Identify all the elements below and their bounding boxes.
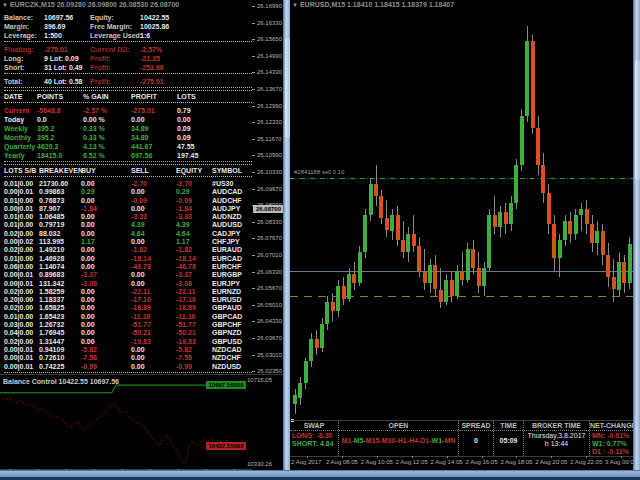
scale-label: 26.09670 xyxy=(257,186,282,192)
sell-order-label: #2841188 sell 0.10 xyxy=(294,169,344,175)
candle-body xyxy=(336,286,340,311)
open-header: OPEN xyxy=(339,421,458,431)
candle-body xyxy=(460,271,464,280)
candle-body xyxy=(509,203,513,225)
candle-body xyxy=(369,184,373,215)
time-label: 2 Aug 16:05 xyxy=(466,459,498,465)
candle-body xyxy=(612,277,616,289)
dashboard-panel: Balance:10697.56Equity:10422.55Margin:39… xyxy=(4,13,252,384)
candle-body xyxy=(417,246,421,271)
date-row: Today0.00.00 %0.000.00 xyxy=(4,115,252,124)
scale-tick xyxy=(252,172,255,173)
candle-body xyxy=(568,221,572,233)
scale-tick xyxy=(252,272,255,273)
balance-axis-max: 10715.05 xyxy=(247,377,272,383)
scale-tick xyxy=(252,321,255,322)
broker-date: Thursday,3.8.2017 xyxy=(524,432,589,440)
eurusd-candlestick-chart[interactable]: #2841188 sell 0.10 xyxy=(290,10,633,420)
candle-body xyxy=(450,280,454,296)
candle-body xyxy=(471,249,475,268)
time-label: 2 Aug 08:05 xyxy=(326,459,358,465)
candle-body xyxy=(617,262,621,290)
timeframe-token: M30- xyxy=(382,437,398,444)
candle-body xyxy=(304,361,308,383)
candle-body xyxy=(531,41,535,128)
candle-body xyxy=(541,165,545,193)
candle-body xyxy=(477,268,481,287)
mt4-terminal: ▼EURCZK,M15 26.09280 26.09800 26.08530 2… xyxy=(0,0,640,480)
candle-body xyxy=(309,339,313,361)
symbol-row: 0.02|0.001.582590.00-22.11-22.11EURNZD xyxy=(4,288,252,296)
scale-label: 26.13670 xyxy=(257,86,282,92)
timeframe-token: M15- xyxy=(366,437,382,444)
account-row: Margin:396.69Free Margin:10025.86 xyxy=(4,22,252,31)
bottom-scrollbar[interactable] xyxy=(0,470,640,477)
candle-body xyxy=(374,184,378,196)
candle-body xyxy=(514,165,518,202)
time-label: 2 Aug 20:05 xyxy=(535,459,567,465)
axis-tick xyxy=(342,456,343,458)
candle-body xyxy=(606,255,610,277)
scale-label: 26.14990 xyxy=(257,53,282,59)
symbol-row: 0.00|0.01131.342-3.080.00-3.08EURJPY xyxy=(4,280,252,288)
date-row: Monthly395.20.33 %34.890.09 xyxy=(4,133,252,142)
symbol-row: 0.00|0.02113.9951.170.001.17CHFJPY xyxy=(4,238,252,246)
pane-divider-scrollbar[interactable] xyxy=(283,0,290,470)
scale-label: 26.12330 xyxy=(257,119,282,125)
symbol-row: 0.00|0.010.74225-0.990.00-0.99NZDUSD xyxy=(4,363,252,371)
account-row: Long:9 Lot: 0.09Profit:-21.35 xyxy=(4,54,252,63)
net-change-column: NET-CHANGE MN: -0.01%W1: 0.77%D1 : -0.11… xyxy=(589,421,633,456)
spread-value: 0 xyxy=(459,431,493,445)
separator xyxy=(4,176,252,179)
candle-body xyxy=(487,215,491,268)
scrollbar-thumb[interactable] xyxy=(635,60,640,180)
candle-wick xyxy=(462,252,463,286)
swap-short: SHORT: 4.84 xyxy=(292,440,338,448)
time-label: 2 Aug 18:05 xyxy=(500,459,532,465)
chart-dropdown-icon[interactable]: ▼ xyxy=(2,2,8,8)
swap-column: SWAP LONG: -8.30 SHORT: 4.84 xyxy=(290,421,338,456)
scale-label: 26.07010 xyxy=(257,252,282,258)
eurczk-chart-window[interactable]: ▼EURCZK,M15 26.09280 26.09800 26.08530 2… xyxy=(0,0,283,470)
candle-body xyxy=(298,383,302,399)
account-summary: Balance:10697.56Equity:10422.55Margin:39… xyxy=(4,13,252,86)
separator xyxy=(4,102,252,105)
scale-label: 26.16990 xyxy=(257,3,282,9)
balance-axis-min: 10330.26 xyxy=(247,461,272,467)
account-row: Leverage:1:500Leverage Used:1:6 xyxy=(4,31,252,40)
account-row: Balance:10697.56Equity:10422.55 xyxy=(4,13,252,22)
scale-tick xyxy=(252,6,255,7)
date-row: Weekly395.20.33 %34.890.09 xyxy=(4,124,252,133)
account-row: Total:40 Lot: 0.58Profit:-275.01 xyxy=(4,77,252,86)
symbol-row: 0.02|0.001.658250.00-18.89-18.89GBPAUD xyxy=(4,304,252,312)
candle-wick xyxy=(424,249,425,289)
candle-body xyxy=(433,265,437,290)
candle-body xyxy=(352,274,356,283)
candle-body xyxy=(563,221,567,240)
candle-body xyxy=(439,290,443,302)
scale-label: 26.10330 xyxy=(257,169,282,175)
symbol-row: 0.02|0.001.314470.00-19.83-19.83GBPUSD xyxy=(4,338,252,346)
current-price-marker: 26.08700 xyxy=(253,205,283,213)
candle-body xyxy=(585,209,589,225)
balance-control-subwindow[interactable]: Balance Control 10422.55 10697.56 10697.… xyxy=(0,374,283,470)
axis-tick xyxy=(377,456,378,458)
scale-label: 26.03670 xyxy=(257,335,282,341)
open-timeframes: M1-M5-M15-M30-H1-H4-D1-W1-MN xyxy=(339,431,458,445)
symbol-row: 0.02|0.001.492100.00-1.82-1.82EURAUD xyxy=(4,246,252,254)
broker-time-column: BROKER TIME Thursday,3.8.2017 h 13:44 xyxy=(523,421,589,456)
symbol-row: 0.20|0.001.183370.00-17.10-17.10EURUSD xyxy=(4,296,252,304)
candle-body xyxy=(628,244,632,283)
eurusd-chart-window[interactable]: ▼EURUSD,M15 1.18410 1.18415 1.18379 1.18… xyxy=(290,0,633,470)
timeframe-token: M1- xyxy=(342,437,354,444)
chart-dropdown-icon[interactable]: ▼ xyxy=(292,2,298,8)
candle-body xyxy=(455,271,459,296)
scale-tick xyxy=(252,139,255,140)
candle-body xyxy=(574,215,578,234)
candle-body xyxy=(396,215,400,240)
candle-body xyxy=(498,212,502,228)
axis-tick xyxy=(551,456,552,458)
symbol-row: 0.02|0.0088.0320.004.644.64CADJPY xyxy=(4,230,252,238)
right-scrollbar[interactable] xyxy=(633,0,640,470)
candle-body xyxy=(536,128,540,165)
